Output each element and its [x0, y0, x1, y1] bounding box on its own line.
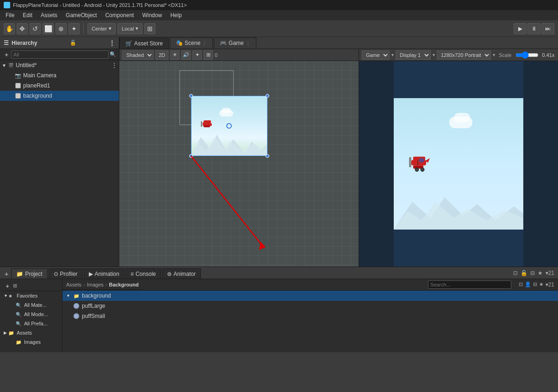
- files-zoom-icon[interactable]: ⊡: [519, 281, 523, 288]
- hand-tool-button[interactable]: ✋: [4, 23, 15, 34]
- tab-scene[interactable]: 🎭 Scene ⋮: [170, 37, 213, 49]
- hierarchy-menu-icon[interactable]: ⋮: [109, 39, 115, 47]
- hierarchy-add-button[interactable]: +: [3, 51, 10, 58]
- all-materials-item[interactable]: 🔍 All Mate...: [2, 300, 60, 310]
- menu-assets[interactable]: Assets: [37, 11, 61, 19]
- hierarchy-panel-icon: ☰: [4, 40, 9, 46]
- tab-asset-store[interactable]: 🛒 Asset Store: [119, 37, 169, 49]
- asset-store-icon: 🛒: [125, 40, 132, 47]
- gizmos-toggle[interactable]: ⊞: [204, 50, 213, 60]
- fx-toggle[interactable]: ✦: [192, 50, 202, 60]
- files-search-input[interactable]: [428, 280, 511, 289]
- svg-point-11: [419, 158, 424, 163]
- 2d-mode-button[interactable]: 2D: [155, 50, 168, 60]
- project-tab-icon: 📁: [16, 271, 23, 277]
- sprite-icon-svg: [73, 303, 80, 309]
- hierarchy-item-main-camera[interactable]: 📷 Main Camera: [0, 70, 119, 81]
- handle-tr[interactable]: [266, 94, 269, 98]
- camera-icon: 📷: [15, 72, 21, 79]
- sidebar-extra-icon[interactable]: ⊞: [13, 283, 17, 289]
- display-num-select[interactable]: Display 1: [396, 50, 431, 60]
- hierarchy-item-background[interactable]: background: [0, 91, 119, 101]
- bottom-add-button[interactable]: +: [2, 269, 11, 279]
- breadcrumb-sep-2: ›: [105, 282, 107, 287]
- center-area: 🛒 Asset Store 🎭 Scene ⋮ 🎮 Game ⋮: [119, 37, 558, 267]
- menu-help[interactable]: Help: [167, 11, 186, 19]
- sidebar-add-btn[interactable]: +: [4, 282, 11, 290]
- transform-tool-button[interactable]: ⊕: [56, 23, 67, 34]
- files-star-icon[interactable]: ★: [539, 281, 544, 288]
- selected-object-container[interactable]: [191, 96, 267, 156]
- filter-icon[interactable]: ⊟: [530, 270, 535, 276]
- menu-gameobject[interactable]: GameObject: [62, 11, 100, 19]
- assets-section[interactable]: ▶ 📁 Assets: [2, 328, 60, 337]
- breadcrumb-images[interactable]: Images: [87, 282, 104, 287]
- untitled-menu-icon[interactable]: ⋮: [112, 62, 117, 68]
- tab-animation[interactable]: ▶ Animation: [84, 268, 124, 279]
- gizmos-count: 0: [215, 52, 217, 58]
- collapse-icon[interactable]: ⊡: [513, 270, 518, 276]
- center-button[interactable]: Center ▾: [87, 23, 116, 34]
- menu-component[interactable]: Component: [101, 11, 137, 19]
- hierarchy-item-planered1[interactable]: planeRed1: [0, 81, 119, 91]
- tab-profiler[interactable]: ⊙ Profiler: [49, 268, 83, 279]
- toolbar-sep-1: [83, 23, 84, 34]
- favorites-section[interactable]: ▼ ★ Favorites: [2, 291, 60, 300]
- files-person-icon[interactable]: 👤: [525, 281, 531, 288]
- hierarchy-lock-icon[interactable]: 🔓: [70, 40, 76, 46]
- tab-project[interactable]: 📁 Project: [11, 268, 47, 279]
- custom-tool-button[interactable]: ✦: [68, 23, 80, 34]
- file-item-background[interactable]: ▼ 📁 background: [62, 291, 558, 301]
- hierarchy-search-input[interactable]: [11, 50, 109, 59]
- scale-slider[interactable]: [515, 51, 539, 59]
- svg-point-16: [74, 313, 79, 319]
- menu-file[interactable]: File: [2, 11, 18, 19]
- files-filter-icon[interactable]: ⊟: [533, 281, 537, 288]
- breadcrumb-assets[interactable]: Assets: [66, 282, 81, 287]
- handle-tl[interactable]: [189, 94, 193, 98]
- files-search-area: [424, 279, 515, 290]
- all-prefabs-item[interactable]: 🔍 All Prefa...: [2, 319, 60, 328]
- scene-view[interactable]: Shaded 2D ☀ 🔊 ✦ ⊞ 0: [119, 49, 359, 267]
- menu-window[interactable]: Window: [138, 11, 166, 19]
- pause-button[interactable]: ⏸: [527, 23, 540, 34]
- audio-toggle[interactable]: 🔊: [181, 50, 191, 60]
- star-icon[interactable]: ★: [538, 270, 543, 276]
- game-tab-menu[interactable]: ⋮: [246, 41, 250, 46]
- animator-tab-label: Animator: [174, 271, 196, 277]
- files-overflow-icon[interactable]: ▾21: [546, 281, 554, 288]
- tab-game[interactable]: 🎮 Game ⋮: [214, 37, 256, 49]
- all-models-item[interactable]: 🔍 All Mode...: [2, 310, 60, 319]
- transform-center[interactable]: [226, 123, 232, 129]
- light-toggle[interactable]: ☀: [170, 50, 180, 60]
- game-display-select[interactable]: Game: [362, 50, 390, 60]
- file-item-puffsmall[interactable]: puffSmall: [62, 311, 558, 321]
- svg-point-15: [74, 303, 79, 309]
- handle-bl[interactable]: [189, 154, 193, 158]
- scene-canvas[interactable]: [119, 61, 359, 267]
- rect-tool-button[interactable]: ⬜: [43, 23, 54, 34]
- tab-console[interactable]: ≡ Console: [125, 268, 161, 279]
- hierarchy-item-untitled[interactable]: ▼ 🎬 Untitled* ⋮: [0, 60, 119, 70]
- play-button[interactable]: ▶: [514, 23, 527, 34]
- step-button[interactable]: ⏭: [541, 23, 554, 34]
- shading-mode-select[interactable]: Shaded: [122, 50, 154, 60]
- tab-animator[interactable]: ⊛ Animator: [162, 268, 201, 279]
- hierarchy-add-bar: + 🔍: [0, 49, 119, 60]
- resolution-select[interactable]: 1280x720 Portrait: [437, 50, 491, 60]
- rotate-tool-button[interactable]: ↺: [30, 23, 41, 34]
- animation-tab-label: Animation: [95, 271, 119, 277]
- grid-button[interactable]: ⊞: [144, 23, 155, 34]
- move-tool-button[interactable]: ✥: [17, 23, 28, 34]
- lock-bottom-icon[interactable]: 🔓: [521, 270, 527, 276]
- images-item[interactable]: 📁 Images: [2, 337, 60, 347]
- local-button[interactable]: Local ▾: [118, 23, 143, 34]
- scene-tab-menu[interactable]: ⋮: [202, 41, 207, 46]
- menu-edit[interactable]: Edit: [19, 11, 36, 19]
- file-item-pufflarge[interactable]: puffLarge: [62, 301, 558, 311]
- hierarchy-item-label-bg: background: [23, 93, 52, 99]
- game-menu-icon[interactable]: ⋮: [556, 51, 558, 59]
- project-sidebar-toolbar: + ⊞: [2, 281, 60, 291]
- handle-br[interactable]: [266, 154, 269, 158]
- scene-tab-label: Scene: [185, 40, 200, 46]
